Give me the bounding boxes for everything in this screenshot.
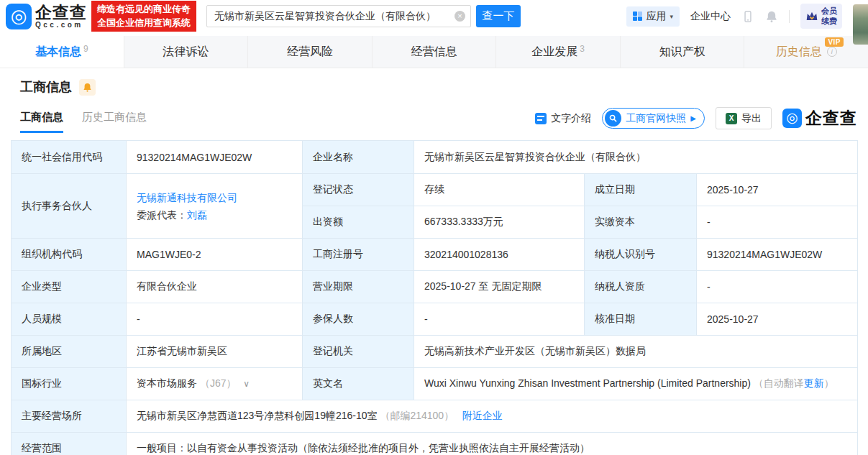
field-label: 经营范围	[12, 433, 127, 455]
field-value: 无锡市新吴区净慧西道123号净慧科创园19幢216-10室 （邮编214100）…	[127, 400, 858, 433]
apps-menu-button[interactable]: 应用 ▾	[626, 6, 680, 27]
field-value: 存续	[414, 174, 585, 206]
field-label: 统一社会信用代码	[12, 141, 127, 174]
divider	[789, 10, 790, 23]
export-button[interactable]: X 导出	[716, 107, 772, 129]
field-value: 无锡高新技术产业开发区（无锡市新吴区）数据局	[414, 336, 858, 368]
tab-count: 3	[580, 44, 585, 54]
partner-company-link[interactable]: 无锡新通科技有限公司	[137, 192, 237, 203]
field-value: 320214001028136	[414, 239, 585, 271]
subtab-history-business-info[interactable]: 历史工商信息	[82, 111, 147, 133]
qcc-logo-text: 企查查 Qcc.com	[35, 4, 87, 29]
header-nav: 应用 ▾ 企业中心 会员 续费	[626, 4, 868, 28]
tab-legal-litigation[interactable]: 法律诉讼	[124, 36, 249, 68]
tab-intellectual-property[interactable]: 知识产权	[621, 36, 745, 68]
tab-enterprise-development[interactable]: 企业发展 3	[496, 36, 621, 68]
qcc-logo-icon: ◎	[782, 109, 802, 128]
field-label: 国标行业	[12, 368, 127, 400]
field-label: 所属地区	[12, 336, 127, 368]
notification-bell-icon[interactable]	[765, 10, 778, 23]
table-row: 组织机构代码 MAG1WJE0-2 工商注册号 320214001028136 …	[12, 239, 858, 271]
section-header: 工商信息	[20, 78, 857, 96]
search-button[interactable]: 查一下	[476, 5, 521, 27]
play-icon: ▶	[690, 114, 696, 122]
subscribe-bell-button[interactable]	[79, 79, 96, 96]
section-title: 工商信息	[20, 78, 72, 96]
text-intro-button[interactable]: 文字介绍	[535, 112, 591, 125]
search-input[interactable]	[206, 5, 471, 27]
user-avatar[interactable]	[853, 4, 868, 45]
field-value: 91320214MAG1WJE02W	[127, 141, 303, 174]
tab-operating-risk[interactable]: 经营风险	[248, 36, 373, 68]
official-snapshot-button[interactable]: 工商官网快照 ▶	[602, 108, 705, 129]
enterprise-center-link[interactable]: 企业中心	[690, 10, 731, 23]
table-row: 执行事务合伙人 无锡新通科技有限公司 委派代表：刘磊 登记状态 存续 成立日期 …	[12, 174, 858, 206]
qcc-watermark-logo: ◎ 企查查	[782, 107, 857, 129]
delegate-link[interactable]: 刘磊	[187, 209, 207, 221]
field-value: 667333.3333万元	[414, 206, 585, 239]
chevron-down-icon: ▾	[670, 13, 673, 20]
field-label: 英文名	[303, 368, 414, 400]
clear-search-icon[interactable]: ×	[454, 11, 465, 22]
qcc-logo-icon: ◎	[6, 4, 32, 29]
field-label: 核准日期	[585, 303, 697, 336]
top-header: ◎ 企查查 Qcc.com 缔造有远见的商业传奇 全国企业信用查询系统 × 查一…	[0, 0, 868, 32]
excel-icon: X	[726, 113, 737, 124]
field-label: 纳税人识别号	[585, 239, 697, 271]
translate-update-link[interactable]: 更新	[804, 377, 824, 389]
field-value: 有限合伙企业	[127, 271, 303, 303]
snapshot-camera-icon	[605, 110, 621, 127]
field-label: 主要经营场所	[12, 400, 127, 433]
section-actions: 文字介绍 工商官网快照 ▶ X 导出 ◎ 企查查	[535, 107, 857, 133]
tab-history-info[interactable]: VIP 历史信息 i	[744, 36, 868, 68]
table-row: 人员规模 - 参保人数 - 核准日期 2025-10-27	[12, 303, 858, 336]
subtab-business-info[interactable]: 工商信息	[20, 111, 63, 133]
main-tabbar: 基本信息 9 法律诉讼 经营风险 经营信息 企业发展 3 知识产权 VIP 历史…	[0, 36, 868, 68]
page: ◎ 企查查 Qcc.com 缔造有远见的商业传奇 全国企业信用查询系统 × 查一…	[0, 0, 868, 455]
field-label: 企业名称	[303, 141, 414, 174]
content: 工商信息 工商信息 历史工商信息 文字介绍 工商官网快照	[0, 78, 868, 455]
field-label: 执行事务合伙人	[12, 174, 127, 239]
field-label: 实缴资本	[585, 206, 697, 239]
subtab-row: 工商信息 历史工商信息 文字介绍 工商官网快照 ▶ X 导出	[20, 107, 857, 133]
field-value: -	[414, 303, 585, 336]
field-value: MAG1WJE0-2	[127, 239, 303, 271]
table-row: 统一社会信用代码 91320214MAG1WJE02W 企业名称 无锡市新吴区云…	[12, 141, 858, 174]
field-label: 企业类型	[12, 271, 127, 303]
slogan-line1: 缔造有远见的商业传奇	[97, 3, 191, 17]
subtabs: 工商信息 历史工商信息	[20, 111, 147, 133]
auto-translate-note: （自动翻译	[754, 377, 804, 389]
field-value: 无锡新通科技有限公司 委派代表：刘磊	[127, 174, 303, 239]
mobile-app-icon[interactable]	[741, 10, 754, 23]
field-label: 纳税人资质	[585, 271, 697, 303]
field-value: -	[697, 271, 858, 303]
field-value: 2025-10-27	[697, 303, 858, 336]
table-row: 企业类型 有限合伙企业 营业期限 2025-10-27 至 无固定期限 纳税人资…	[12, 271, 858, 303]
search-wrap: ×	[206, 5, 471, 27]
qcc-logo[interactable]: ◎ 企查查 Qcc.com	[6, 4, 87, 29]
apps-grid-icon	[633, 12, 643, 22]
vip-renew-button[interactable]: 会员 续费	[800, 4, 842, 28]
field-value: -	[697, 206, 858, 239]
field-value: 2025-10-27 至 无固定期限	[414, 271, 585, 303]
info-icon: i	[827, 47, 837, 57]
bell-icon	[83, 83, 92, 92]
field-value: 一般项目：以自有资金从事投资活动（除依法须经批准的项目外，凭营业执照依法自主开展…	[127, 433, 858, 455]
field-label: 登记机关	[303, 336, 414, 368]
document-icon	[535, 113, 547, 124]
chevron-down-icon[interactable]: ∨	[243, 379, 250, 389]
vip-badge: VIP	[825, 37, 844, 47]
tab-operating-info[interactable]: 经营信息	[373, 36, 497, 68]
crown-icon	[805, 11, 818, 22]
field-value: 2025-10-27	[697, 174, 858, 206]
field-value: 91320214MAG1WJE02W	[697, 239, 858, 271]
field-label: 出资额	[303, 206, 414, 239]
field-label: 参保人数	[303, 303, 414, 336]
nearby-companies-link[interactable]: 附近企业	[462, 410, 503, 421]
vip-renew-label: 会员 续费	[821, 6, 837, 25]
industry-code: （J67）	[200, 377, 237, 389]
table-row: 主要经营场所 无锡市新吴区净慧西道123号净慧科创园19幢216-10室 （邮编…	[12, 400, 858, 433]
tab-basic-info[interactable]: 基本信息 9	[0, 36, 124, 68]
field-label: 人员规模	[12, 303, 127, 336]
field-value: 无锡市新吴区云星智算投资合伙企业（有限合伙）	[414, 141, 858, 174]
